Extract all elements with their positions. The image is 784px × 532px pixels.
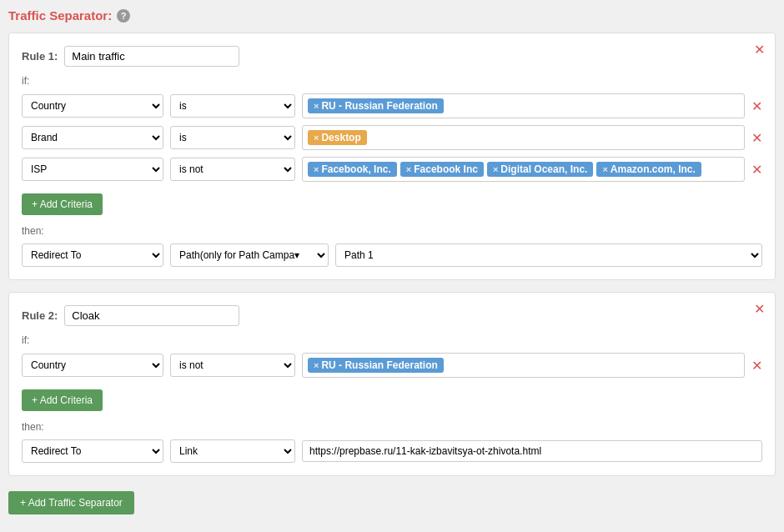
criteria2-field-select[interactable]: Brand Country ISP xyxy=(22,126,163,149)
rule2-tag-ru-remove[interactable]: × xyxy=(314,360,319,370)
criteria3-field-select[interactable]: ISP Country Brand xyxy=(22,158,163,181)
rule2-criteria1-delete[interactable]: ✕ xyxy=(751,358,762,374)
tag-facebook-inc: × Facebook, Inc. xyxy=(308,162,397,177)
rule2-if-label: if: xyxy=(22,334,762,346)
criteria1-op-select[interactable]: is is not xyxy=(170,94,295,118)
rule2-link-type-select[interactable]: Link Path xyxy=(170,439,295,463)
rule2-label: Rule 2: xyxy=(22,309,58,322)
title-text: Traffic Separator: xyxy=(8,8,112,23)
tag-digital-ocean-remove[interactable]: × xyxy=(493,164,498,174)
help-icon[interactable]: ? xyxy=(117,9,130,23)
rule1-then-row: Redirect To Path(only for Path Campa▾ Pa… xyxy=(22,243,762,267)
tag-amazon-remove[interactable]: × xyxy=(602,164,607,174)
rule2-then-row: Redirect To Link Path xyxy=(22,439,762,463)
rule2-name-input[interactable] xyxy=(64,305,239,326)
rule1-path-type-select[interactable]: Path(only for Path Campa▾ xyxy=(170,243,329,267)
rule2-criteria-row-1: Country Brand ISP is not is × RU - Russi… xyxy=(22,353,762,378)
rule1-redirect-select[interactable]: Redirect To xyxy=(22,243,163,267)
criteria2-op-select[interactable]: is is not xyxy=(170,126,295,149)
rule2-criteria1-tags-container: × RU - Russian Federation xyxy=(302,353,745,378)
criteria3-tags-container: × Facebook, Inc. × Facebook Inc × Digita… xyxy=(302,157,745,182)
rule2-header: Rule 2: xyxy=(22,305,762,326)
criteria-row-2: Brand Country ISP is is not × Desktop ✕ xyxy=(22,125,762,150)
criteria2-delete[interactable]: ✕ xyxy=(751,130,762,146)
criteria-row-1: Country Brand ISP is is not × RU - Russi… xyxy=(22,93,762,118)
criteria3-delete[interactable]: ✕ xyxy=(751,162,762,178)
tag-digital-ocean: × Digital Ocean, Inc. xyxy=(487,162,593,177)
criteria3-op-select[interactable]: is not is xyxy=(170,158,295,181)
tag-facebook-inc-remove[interactable]: × xyxy=(314,164,319,174)
add-traffic-separator-button[interactable]: + Add Traffic Separator xyxy=(8,491,134,514)
rule2-card: Rule 2: ✕ if: Country Brand ISP is not i… xyxy=(8,292,776,476)
rule1-add-criteria-button[interactable]: + Add Criteria xyxy=(22,193,103,215)
rule1-header: Rule 1: xyxy=(22,46,762,67)
rule1-if-label: if: xyxy=(22,75,762,87)
criteria1-field-select[interactable]: Country Brand ISP xyxy=(22,94,163,118)
criteria-row-3: ISP Country Brand is not is × Facebook, … xyxy=(22,157,762,182)
rule2-criteria1-field-select[interactable]: Country Brand ISP xyxy=(22,354,163,377)
tag-facebook-inc2: × Facebook Inc xyxy=(400,162,484,177)
rule1-then-label: then: xyxy=(22,225,762,237)
criteria2-tags-container: × Desktop xyxy=(302,125,745,150)
rule2-redirect-select[interactable]: Redirect To xyxy=(22,439,163,463)
tag-facebook-inc2-remove[interactable]: × xyxy=(406,164,411,174)
rule1-name-input[interactable] xyxy=(64,46,239,67)
criteria1-delete[interactable]: ✕ xyxy=(751,98,762,114)
tag-amazon: × Amazon.com, Inc. xyxy=(596,162,701,177)
rule2-delete-button[interactable]: ✕ xyxy=(754,303,765,316)
rule2-then-label: then: xyxy=(22,421,762,433)
rule1-delete-button[interactable]: ✕ xyxy=(754,43,765,57)
rule1-card: Rule 1: ✕ if: Country Brand ISP is is no… xyxy=(8,33,776,280)
rule2-link-input[interactable] xyxy=(302,440,762,462)
page-title: Traffic Separator: ? xyxy=(8,8,776,23)
tag-ru: × RU - Russian Federation xyxy=(308,98,444,113)
tag-desktop-remove[interactable]: × xyxy=(314,133,319,143)
rule2-tag-ru: × RU - Russian Federation xyxy=(308,358,444,373)
criteria1-tags-container: × RU - Russian Federation xyxy=(302,93,745,118)
rule1-label: Rule 1: xyxy=(22,50,58,63)
tag-ru-remove[interactable]: × xyxy=(314,101,319,111)
rule2-add-criteria-button[interactable]: + Add Criteria xyxy=(22,389,103,411)
rule1-path-select[interactable]: Path 1 Path 2 Path 3 xyxy=(335,243,762,267)
tag-desktop: × Desktop xyxy=(308,130,367,145)
rule2-criteria1-op-select[interactable]: is not is xyxy=(170,354,295,377)
